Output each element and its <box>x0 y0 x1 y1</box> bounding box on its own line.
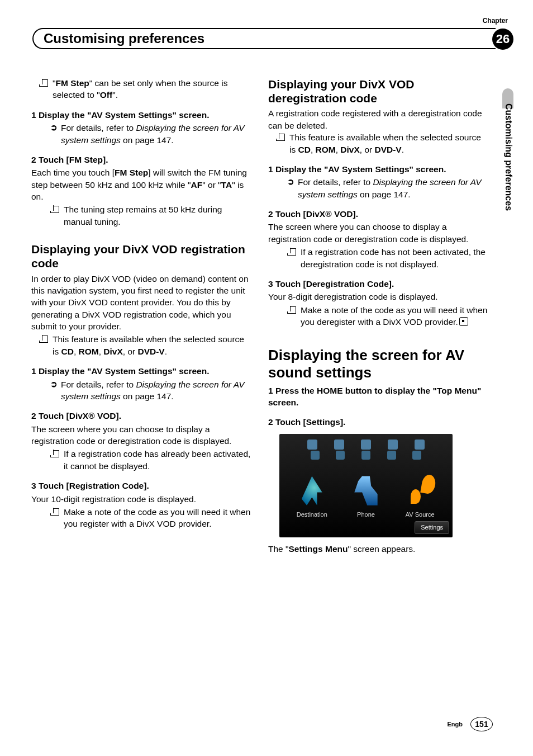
menu-destination: Destination <box>285 475 339 519</box>
note-text: If a registration code has already been … <box>64 448 251 472</box>
step-head: 1 Press the HOME button to display the "… <box>268 385 488 409</box>
top-menu-screenshot: Destination Phone AV Source Settings <box>279 434 453 537</box>
phone-icon <box>353 475 379 507</box>
bullet-icon <box>287 248 296 256</box>
shortcut-icon <box>412 451 421 460</box>
shortcut-icon <box>311 451 320 460</box>
content-columns: "FM Step" can be set only when the sourc… <box>0 49 533 555</box>
chapter-title: Customising preferences <box>32 28 496 49</box>
heading-divx-dereg: Displaying your DivX VOD deregistration … <box>268 77 488 105</box>
bullet-icon <box>287 306 296 314</box>
end-icon <box>459 317 468 326</box>
label: AV Source <box>406 511 435 519</box>
step-1-av-settings-r: 1 Display the "AV System Settings" scree… <box>268 163 488 200</box>
shortcut-icon <box>361 440 371 450</box>
step-head: 2 Touch [DivX® VOD]. <box>268 208 488 220</box>
step-2-settings: 2 Touch [Settings]. <box>268 416 488 428</box>
note-text: The tuning step remains at 50 kHz during… <box>64 204 251 228</box>
note-text: If a registration code has not been acti… <box>301 246 488 270</box>
main-menu-row: Destination Phone AV Source <box>279 461 453 519</box>
chapter-label: Chapter <box>483 17 508 25</box>
bullet-icon <box>50 508 59 516</box>
step-note: The tuning step remains at 50 kHz during… <box>50 204 251 228</box>
step-body: The screen where you can choose to displ… <box>268 221 488 245</box>
arrow-icon: ➲ <box>50 379 58 403</box>
note-sources: This feature is available when the selec… <box>260 131 488 155</box>
step-2-fm-step: 2 Touch [FM Step]. Each time you touch [… <box>31 154 251 228</box>
page-header: Chapter Customising preferences 26 <box>0 0 533 49</box>
note-sources: This feature is available when the selec… <box>23 333 251 357</box>
shortcut-row-mid <box>279 450 453 461</box>
step-body: Your 8-digit deregistration code is disp… <box>268 291 488 303</box>
arrow-icon: ➲ <box>50 122 58 146</box>
paragraph: In order to play DivX VOD (video on dema… <box>31 273 251 333</box>
note-text: Make a note of the code as you will need… <box>301 304 488 328</box>
step-1-av-settings-2: 1 Display the "AV System Settings" scree… <box>31 365 251 402</box>
left-column: "FM Step" can be set only when the sourc… <box>31 77 251 555</box>
step-reference: ➲ For details, refer to Displaying the s… <box>50 379 251 403</box>
step-head: 3 Touch [Registration Code]. <box>31 480 251 492</box>
shortcut-row-top <box>279 434 453 450</box>
shortcut-icon <box>387 451 396 460</box>
bullet-icon <box>50 206 59 213</box>
step-head: 2 Touch [FM Step]. <box>31 154 251 166</box>
step-head: 1 Display the "AV System Settings" scree… <box>31 109 251 121</box>
page-number: 151 <box>470 717 493 731</box>
step-reference: ➲ For details, refer to Displaying the s… <box>50 122 251 146</box>
ref-text: For details, refer to Displaying the scr… <box>61 379 251 403</box>
step-head: 1 Display the "AV System Settings" scree… <box>31 365 251 377</box>
heading-av-sound: Displaying the screen for AV sound setti… <box>268 347 488 381</box>
ref-text: For details, refer to Displaying the scr… <box>298 176 488 200</box>
step-3-deregistration-code: 3 Touch [Deregistration Code]. Your 8-di… <box>268 278 488 328</box>
shortcut-icon <box>388 440 398 450</box>
music-note-icon <box>407 475 433 507</box>
arrow-icon: ➲ <box>287 176 294 200</box>
destination-icon <box>299 475 325 507</box>
shortcut-icon <box>361 451 370 460</box>
step-3-registration-code: 3 Touch [Registration Code]. Your 10-dig… <box>31 480 251 530</box>
shortcut-icon <box>415 440 425 450</box>
paragraph: A registration code registered with a de… <box>268 107 488 131</box>
note-fm-step: "FM Step" can be set only when the sourc… <box>31 77 251 101</box>
shortcut-icon <box>334 440 344 450</box>
bullet-icon <box>276 134 285 141</box>
note-text: "FM Step" can be set only when the sourc… <box>53 77 251 101</box>
step-1-av-settings: 1 Display the "AV System Settings" scree… <box>31 109 251 146</box>
shortcut-icon <box>307 440 317 450</box>
note-text: This feature is available when the selec… <box>289 131 488 155</box>
step-head: 2 Touch [Settings]. <box>268 416 488 428</box>
menu-av-source: AV Source <box>393 475 447 519</box>
step-2-divx-vod: 2 Touch [DivX® VOD]. The screen where yo… <box>31 410 251 472</box>
page-footer: Engb 151 <box>448 717 493 731</box>
settings-button: Settings <box>415 521 449 534</box>
menu-phone: Phone <box>339 475 393 519</box>
step-head: 3 Touch [Deregistration Code]. <box>268 278 488 290</box>
step-note: If a registration code has not been acti… <box>287 246 488 270</box>
lang-code: Engb <box>448 721 463 727</box>
step-body: Your 10-digit registration code is displ… <box>31 493 251 505</box>
step-1-home: 1 Press the HOME button to display the "… <box>268 385 488 409</box>
step-body: The screen where you can choose to displ… <box>31 423 251 447</box>
shortcut-icon <box>336 451 345 460</box>
note-text: Make a note of the code as you will need… <box>64 506 251 530</box>
bullet-icon <box>39 336 48 343</box>
step-reference: ➲ For details, refer to Displaying the s… <box>287 176 488 200</box>
right-column: Displaying your DivX VOD deregistration … <box>268 77 488 555</box>
label: Phone <box>357 511 375 519</box>
paragraph: The "Settings Menu" screen appears. <box>268 543 488 555</box>
step-body: Each time you touch [FM Step] will switc… <box>31 167 251 202</box>
bullet-icon <box>50 450 59 457</box>
step-head: 2 Touch [DivX® VOD]. <box>31 410 251 422</box>
step-2-divx-vod-r: 2 Touch [DivX® VOD]. The screen where yo… <box>268 208 488 270</box>
step-note: If a registration code has already been … <box>50 448 251 472</box>
step-note: Make a note of the code as you will need… <box>287 304 488 328</box>
step-head: 1 Display the "AV System Settings" scree… <box>268 163 488 175</box>
chapter-number: 26 <box>492 29 513 50</box>
label: Destination <box>297 511 327 519</box>
step-note: Make a note of the code as you will need… <box>50 506 251 530</box>
side-tab: Customising preferences <box>503 103 513 211</box>
heading-divx-reg: Displaying your DivX VOD registration co… <box>31 242 251 270</box>
bullet-icon <box>39 79 48 87</box>
ref-text: For details, refer to Displaying the scr… <box>61 122 251 146</box>
note-text: This feature is available when the selec… <box>53 333 251 357</box>
